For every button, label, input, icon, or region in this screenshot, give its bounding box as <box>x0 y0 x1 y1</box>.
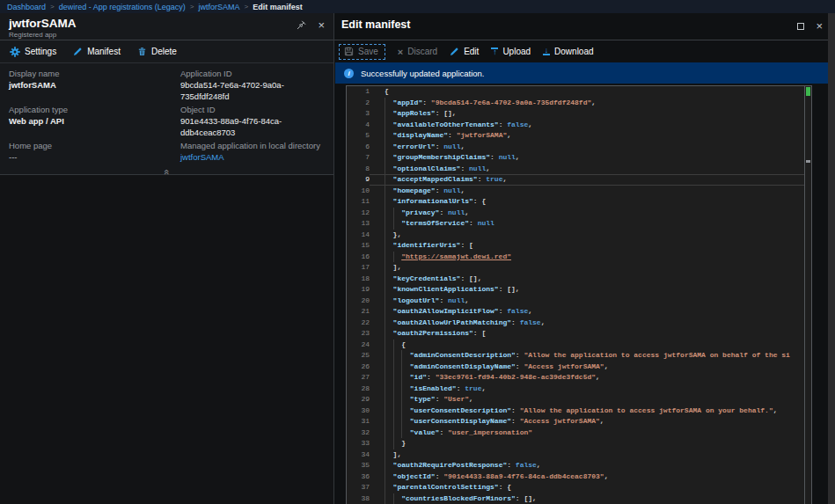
close-icon[interactable]: × <box>816 21 823 31</box>
breadcrumb-item[interactable]: jwtforSAMA <box>198 3 239 11</box>
code-line[interactable]: 18 "keyCredentials": [], <box>347 274 804 285</box>
line-content: "countriesBlockedForMinors": [], <box>370 493 804 504</box>
line-number: 1 <box>347 86 370 98</box>
code-line[interactable]: 26 "adminConsentDisplayName": "Access jw… <box>347 362 804 373</box>
breadcrumb-item[interactable]: dewired - App registrations (Legacy) <box>59 3 186 11</box>
indent-guide <box>385 262 385 274</box>
code-line[interactable]: 3 "appRoles": [], <box>347 108 804 120</box>
code-line[interactable]: 20 "logoutUrl": null, <box>347 296 804 307</box>
code-line[interactable]: 10 "homepage": null, <box>347 186 804 197</box>
collapse-chevron-icon[interactable]: « <box>162 169 172 174</box>
code-line[interactable]: 27 "id": "33ec9761-fd94-40b2-948e-ac39de… <box>347 372 804 383</box>
line-number: 30 <box>347 405 370 417</box>
code-line[interactable]: 21 "oauth2AllowImplicitFlow": false, <box>347 306 804 318</box>
code-line[interactable]: 30 "userConsentDescription": "Allow the … <box>347 405 804 417</box>
close-icon[interactable]: × <box>318 20 325 30</box>
code-line[interactable]: 11 "informationalUrls": { <box>347 196 804 208</box>
code-line[interactable]: 24 { <box>347 340 804 351</box>
code-line[interactable]: 38 "countriesBlockedForMinors": [], <box>347 493 804 504</box>
discard-button[interactable]: × Discard <box>398 47 437 56</box>
blade-header: Edit manifest × <box>334 13 835 40</box>
manifest-code-editor[interactable]: 1{2 "appId": "9bcda514-7e6a-4702-9a0a-73… <box>346 85 812 504</box>
blade-toolbar: Settings Manifest Delete <box>0 40 333 63</box>
code-line[interactable]: 25 "adminConsentDescription": "Allow the… <box>347 350 804 362</box>
line-number: 12 <box>347 208 370 219</box>
app-registration-blade: jwtforSAMA Registered app × <box>0 13 334 504</box>
line-content: "termsOfService": null <box>370 218 804 230</box>
code-line[interactable]: 5 "displayName": "jwtforSAMA", <box>347 130 804 142</box>
code-line[interactable]: 9 "acceptMappedClaims": true, <box>347 174 804 186</box>
code-line[interactable]: 32 "value": "user_impersonation" <box>347 427 804 439</box>
code-line[interactable]: 2 "appId": "9bcda514-7e6a-4702-9a0a-735d… <box>347 98 804 109</box>
line-content: ], <box>370 449 804 461</box>
code-line[interactable]: 4 "availableToOtherTenants": false, <box>347 120 804 131</box>
line-number: 38 <box>347 493 370 504</box>
indent-guide <box>385 130 385 142</box>
code-line[interactable]: 8 "optionalClaims": null, <box>347 164 804 175</box>
breadcrumb-separator-icon: > <box>244 3 248 11</box>
indent-guide <box>393 362 394 373</box>
save-button[interactable]: Save <box>339 44 385 60</box>
code-line[interactable]: 23 "oauth2Permissions": [ <box>347 328 804 340</box>
line-number: 26 <box>347 362 370 373</box>
download-button[interactable]: ↓ Download <box>543 47 593 56</box>
line-content: "oauth2Permissions": [ <box>370 328 804 340</box>
settings-button[interactable]: Settings <box>10 47 56 57</box>
code-line[interactable]: 16 "https://samajwt.dewi.red" <box>347 252 804 263</box>
indent-guide <box>393 218 394 230</box>
property-value-link[interactable]: jwtforSAMA <box>180 151 325 163</box>
code-line[interactable]: 15 "identifierUris": [ <box>347 240 804 252</box>
indent-guide <box>385 449 385 461</box>
line-content: "objectId": "901e4433-88a9-4f76-84ca-ddb… <box>370 471 804 483</box>
info-icon: i <box>344 69 354 78</box>
manifest-button[interactable]: Manifest <box>73 47 121 56</box>
edit-button[interactable]: Edit <box>450 47 479 56</box>
code-line[interactable]: 37 "parentalControlSettings": { <box>347 482 804 493</box>
code-line[interactable]: 29 "type": "User", <box>347 394 804 405</box>
page-scrollbar[interactable] <box>828 13 835 504</box>
indent-guide <box>401 394 402 405</box>
line-content: "oauth2AllowImplicitFlow": false, <box>370 306 804 318</box>
indent-guide <box>385 252 385 263</box>
code-line[interactable]: 22 "oauth2AllowUrlPathMatching": false, <box>347 318 804 329</box>
maximize-icon[interactable] <box>797 23 804 30</box>
breadcrumb-separator-icon: > <box>190 3 194 11</box>
code-line[interactable]: 35 "oauth2RequirePostResponse": false, <box>347 460 804 471</box>
delete-button[interactable]: Delete <box>137 47 177 56</box>
line-content: "displayName": "jwtforSAMA", <box>370 130 804 142</box>
indent-guide <box>401 362 402 373</box>
breadcrumb-item[interactable]: Dashboard <box>7 3 46 11</box>
code-line[interactable]: 33 } <box>347 438 804 449</box>
property-label: Object ID <box>180 105 325 115</box>
code-line[interactable]: 12 "privacy": null, <box>347 208 804 219</box>
app-properties: Display namejwtforSAMAApplication ID9bcd… <box>0 63 333 163</box>
line-number: 24 <box>347 340 370 351</box>
code-line[interactable]: 13 "termsOfService": null <box>347 218 804 230</box>
code-line[interactable]: 1{ <box>347 86 804 98</box>
line-number: 20 <box>347 296 370 307</box>
code-line[interactable]: 28 "isEnabled": true, <box>347 383 804 395</box>
code-line[interactable]: 17 ], <box>347 262 804 274</box>
line-number: 28 <box>347 383 370 395</box>
upload-button[interactable]: ↑ Upload <box>491 47 531 56</box>
line-content: }, <box>370 230 804 241</box>
line-content: ], <box>370 262 804 274</box>
property-label: Managed application in local directory <box>180 141 325 151</box>
code-line[interactable]: 14 }, <box>347 230 804 241</box>
line-number: 22 <box>347 318 370 329</box>
line-number: 15 <box>347 240 370 252</box>
line-content: "identifierUris": [ <box>370 240 804 252</box>
line-content: "knownClientApplications": [], <box>370 284 804 296</box>
line-number: 17 <box>347 262 370 274</box>
code-line[interactable]: 36 "objectId": "901e4433-88a9-4f76-84ca-… <box>347 471 804 483</box>
code-line[interactable]: 7 "groupMembershipClaims": null, <box>347 152 804 164</box>
indent-guide <box>385 471 385 483</box>
code-line[interactable]: 34 ], <box>347 449 804 461</box>
code-line[interactable]: 19 "knownClientApplications": [], <box>347 284 804 296</box>
property-label: Display name <box>9 69 180 79</box>
editor-overview-ruler[interactable] <box>804 86 811 504</box>
code-line[interactable]: 6 "errorUrl": null, <box>347 142 804 153</box>
indent-guide <box>401 416 402 427</box>
pin-icon[interactable] <box>297 20 306 30</box>
code-line[interactable]: 31 "userConsentDisplayName": "Access jwt… <box>347 416 804 427</box>
